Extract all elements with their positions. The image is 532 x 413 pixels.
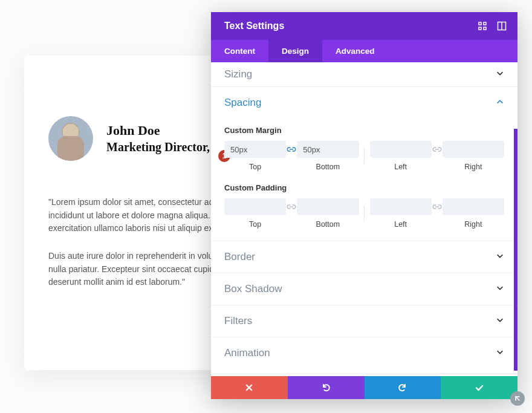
padding-left-label: Left bbox=[370, 220, 432, 229]
margin-top-label: Top bbox=[224, 163, 286, 171]
floating-action-button[interactable] bbox=[510, 391, 525, 406]
chevron-down-icon bbox=[496, 69, 504, 80]
section-spacing[interactable]: Spacing bbox=[211, 86, 517, 119]
panel-body[interactable]: Sizing Spacing Custom Margin 1 Top bbox=[211, 62, 517, 376]
section-border[interactable]: Border bbox=[211, 241, 517, 273]
custom-margin-label: Custom Margin bbox=[224, 126, 504, 135]
link-icon[interactable] bbox=[286, 203, 297, 211]
cancel-button[interactable] bbox=[211, 376, 288, 399]
svg-rect-1 bbox=[484, 22, 486, 25]
section-animation-title: Animation bbox=[224, 347, 270, 359]
section-boxshadow[interactable]: Box Shadow bbox=[211, 273, 517, 305]
section-filters-title: Filters bbox=[224, 315, 252, 327]
spacing-content: Custom Margin 1 Top Bottom bbox=[211, 126, 517, 241]
svg-rect-2 bbox=[479, 27, 481, 30]
padding-top-input[interactable] bbox=[224, 198, 286, 215]
profile-name: John Doe bbox=[106, 123, 221, 138]
margin-left-input[interactable] bbox=[370, 141, 432, 158]
padding-right-input[interactable] bbox=[443, 198, 504, 215]
padding-left-input[interactable] bbox=[370, 198, 432, 215]
margin-right-label: Right bbox=[443, 163, 504, 171]
margin-left-label: Left bbox=[370, 163, 432, 171]
chevron-down-icon bbox=[496, 348, 504, 359]
chevron-up-icon bbox=[496, 97, 504, 108]
margin-top-input[interactable] bbox=[224, 141, 286, 158]
settings-panel: Text Settings Content Design Advanced Si… bbox=[211, 12, 517, 399]
tab-design[interactable]: Design bbox=[268, 40, 322, 62]
profile-title: Marketing Director, A bbox=[106, 140, 221, 154]
svg-rect-3 bbox=[484, 27, 486, 30]
chevron-down-icon bbox=[496, 316, 504, 327]
panel-header: Text Settings bbox=[211, 12, 517, 40]
redo-button[interactable] bbox=[365, 376, 441, 399]
panel-title: Text Settings bbox=[224, 21, 284, 31]
section-filters[interactable]: Filters bbox=[211, 305, 517, 337]
expand-icon[interactable] bbox=[478, 21, 487, 31]
margin-bottom-label: Bottom bbox=[297, 163, 358, 171]
footer-actions bbox=[211, 376, 517, 399]
help-row[interactable]: ? Help bbox=[211, 374, 517, 376]
avatar bbox=[48, 116, 93, 161]
tab-advanced[interactable]: Advanced bbox=[322, 40, 388, 62]
link-icon[interactable] bbox=[432, 145, 443, 154]
separator bbox=[364, 148, 365, 164]
padding-grid: Top Bottom Left bbox=[224, 198, 504, 229]
section-sizing-title: Sizing bbox=[224, 68, 252, 80]
link-icon[interactable] bbox=[286, 145, 297, 154]
separator bbox=[364, 206, 365, 221]
chevron-down-icon bbox=[496, 252, 504, 262]
section-spacing-title: Spacing bbox=[224, 97, 261, 109]
tab-bar: Content Design Advanced bbox=[211, 40, 517, 62]
section-border-title: Border bbox=[224, 251, 255, 263]
margin-grid: 1 Top Bottom bbox=[224, 141, 504, 171]
scrollbar[interactable] bbox=[514, 129, 517, 371]
link-icon[interactable] bbox=[432, 203, 443, 211]
section-boxshadow-title: Box Shadow bbox=[224, 283, 282, 295]
padding-bottom-label: Bottom bbox=[297, 220, 358, 229]
svg-rect-0 bbox=[479, 22, 481, 25]
save-button[interactable] bbox=[441, 376, 517, 399]
svg-line-10 bbox=[516, 397, 519, 400]
tab-content[interactable]: Content bbox=[211, 40, 268, 62]
margin-right-input[interactable] bbox=[443, 141, 504, 158]
chevron-down-icon bbox=[496, 284, 504, 294]
custom-padding-label: Custom Padding bbox=[224, 183, 504, 192]
columns-icon[interactable] bbox=[497, 21, 507, 31]
padding-bottom-input[interactable] bbox=[297, 198, 358, 215]
padding-top-label: Top bbox=[224, 220, 286, 229]
margin-bottom-input[interactable] bbox=[297, 141, 358, 158]
padding-right-label: Right bbox=[443, 220, 504, 229]
section-sizing[interactable]: Sizing bbox=[211, 62, 517, 86]
undo-button[interactable] bbox=[288, 376, 365, 399]
section-animation[interactable]: Animation bbox=[211, 337, 517, 369]
